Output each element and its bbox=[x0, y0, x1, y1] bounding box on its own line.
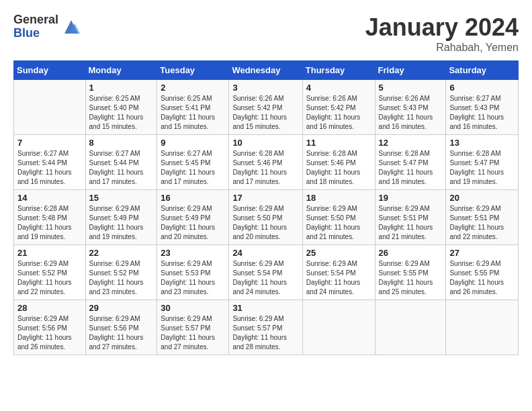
header-monday: Monday bbox=[85, 61, 157, 80]
calendar-cell: 4 Sunrise: 6:26 AMSunset: 5:42 PMDayligh… bbox=[302, 80, 375, 135]
day-number: 21 bbox=[17, 248, 82, 258]
day-info: Sunrise: 6:29 AMSunset: 5:56 PMDaylight:… bbox=[89, 314, 154, 352]
calendar-cell: 16 Sunrise: 6:29 AMSunset: 5:49 PMDaylig… bbox=[157, 190, 229, 245]
day-number: 10 bbox=[232, 138, 298, 148]
month-title: January 2024 bbox=[365, 13, 519, 42]
calendar-cell: 30 Sunrise: 6:29 AMSunset: 5:57 PMDaylig… bbox=[157, 300, 229, 355]
day-number: 23 bbox=[161, 248, 225, 258]
calendar-table: SundayMondayTuesdayWednesdayThursdayFrid… bbox=[13, 60, 519, 355]
calendar-week-2: 14 Sunrise: 6:28 AMSunset: 5:48 PMDaylig… bbox=[14, 190, 519, 245]
day-number: 22 bbox=[89, 248, 154, 258]
calendar-cell: 19 Sunrise: 6:29 AMSunset: 5:51 PMDaylig… bbox=[375, 190, 446, 245]
calendar-cell: 27 Sunrise: 6:29 AMSunset: 5:55 PMDaylig… bbox=[446, 245, 519, 300]
day-info: Sunrise: 6:29 AMSunset: 5:56 PMDaylight:… bbox=[17, 314, 82, 352]
day-info: Sunrise: 6:27 AMSunset: 5:45 PMDaylight:… bbox=[161, 149, 225, 187]
calendar-cell: 25 Sunrise: 6:29 AMSunset: 5:54 PMDaylig… bbox=[302, 245, 375, 300]
calendar-cell: 15 Sunrise: 6:29 AMSunset: 5:49 PMDaylig… bbox=[85, 190, 157, 245]
day-number: 18 bbox=[306, 193, 371, 203]
day-info: Sunrise: 6:29 AMSunset: 5:49 PMDaylight:… bbox=[161, 204, 225, 242]
day-number: 24 bbox=[232, 248, 298, 258]
location-title: Rahabah, Yemen bbox=[365, 42, 519, 54]
day-info: Sunrise: 6:29 AMSunset: 5:51 PMDaylight:… bbox=[379, 204, 443, 242]
day-info: Sunrise: 6:29 AMSunset: 5:50 PMDaylight:… bbox=[306, 204, 371, 242]
day-info: Sunrise: 6:29 AMSunset: 5:51 PMDaylight:… bbox=[449, 204, 515, 242]
header-wednesday: Wednesday bbox=[229, 61, 302, 80]
calendar-cell: 8 Sunrise: 6:27 AMSunset: 5:44 PMDayligh… bbox=[85, 135, 157, 190]
calendar-cell: 9 Sunrise: 6:27 AMSunset: 5:45 PMDayligh… bbox=[157, 135, 229, 190]
logo-general-text: General bbox=[13, 13, 58, 27]
day-info: Sunrise: 6:26 AMSunset: 5:43 PMDaylight:… bbox=[379, 94, 443, 132]
day-number: 4 bbox=[306, 83, 371, 93]
calendar-week-4: 28 Sunrise: 6:29 AMSunset: 5:56 PMDaylig… bbox=[14, 300, 519, 355]
day-number: 16 bbox=[161, 193, 225, 203]
calendar-week-0: 1 Sunrise: 6:25 AMSunset: 5:40 PMDayligh… bbox=[14, 80, 519, 135]
day-number: 25 bbox=[306, 248, 371, 258]
day-info: Sunrise: 6:29 AMSunset: 5:54 PMDaylight:… bbox=[306, 259, 371, 297]
header-sunday: Sunday bbox=[14, 61, 86, 80]
day-info: Sunrise: 6:28 AMSunset: 5:46 PMDaylight:… bbox=[306, 149, 371, 187]
day-info: Sunrise: 6:28 AMSunset: 5:47 PMDaylight:… bbox=[379, 149, 443, 187]
calendar-cell bbox=[14, 80, 86, 135]
header-saturday: Saturday bbox=[446, 61, 519, 80]
calendar-cell: 5 Sunrise: 6:26 AMSunset: 5:43 PMDayligh… bbox=[375, 80, 446, 135]
day-number: 26 bbox=[379, 248, 443, 258]
day-info: Sunrise: 6:29 AMSunset: 5:52 PMDaylight:… bbox=[89, 259, 154, 297]
calendar-cell: 12 Sunrise: 6:28 AMSunset: 5:47 PMDaylig… bbox=[375, 135, 446, 190]
day-number: 3 bbox=[232, 83, 298, 93]
day-number: 29 bbox=[89, 303, 154, 313]
calendar-week-1: 7 Sunrise: 6:27 AMSunset: 5:44 PMDayligh… bbox=[14, 135, 519, 190]
day-number: 9 bbox=[161, 138, 225, 148]
calendar-cell: 26 Sunrise: 6:29 AMSunset: 5:55 PMDaylig… bbox=[375, 245, 446, 300]
calendar-cell: 13 Sunrise: 6:28 AMSunset: 5:47 PMDaylig… bbox=[446, 135, 519, 190]
calendar-week-3: 21 Sunrise: 6:29 AMSunset: 5:52 PMDaylig… bbox=[14, 245, 519, 300]
calendar-cell: 11 Sunrise: 6:28 AMSunset: 5:46 PMDaylig… bbox=[302, 135, 375, 190]
calendar-cell: 23 Sunrise: 6:29 AMSunset: 5:53 PMDaylig… bbox=[157, 245, 229, 300]
day-info: Sunrise: 6:29 AMSunset: 5:55 PMDaylight:… bbox=[379, 259, 443, 297]
day-number: 20 bbox=[449, 193, 515, 203]
header-tuesday: Tuesday bbox=[157, 61, 229, 80]
calendar-cell: 6 Sunrise: 6:27 AMSunset: 5:43 PMDayligh… bbox=[446, 80, 519, 135]
calendar-cell: 2 Sunrise: 6:25 AMSunset: 5:41 PMDayligh… bbox=[157, 80, 229, 135]
day-number: 28 bbox=[17, 303, 82, 313]
title-block: January 2024 Rahabah, Yemen bbox=[365, 13, 519, 54]
day-info: Sunrise: 6:25 AMSunset: 5:40 PMDaylight:… bbox=[89, 94, 154, 132]
calendar-cell: 10 Sunrise: 6:28 AMSunset: 5:46 PMDaylig… bbox=[229, 135, 302, 190]
logo: General Blue bbox=[13, 13, 81, 40]
calendar-cell: 21 Sunrise: 6:29 AMSunset: 5:52 PMDaylig… bbox=[14, 245, 86, 300]
header-friday: Friday bbox=[375, 61, 446, 80]
calendar-cell: 14 Sunrise: 6:28 AMSunset: 5:48 PMDaylig… bbox=[14, 190, 86, 245]
day-info: Sunrise: 6:29 AMSunset: 5:50 PMDaylight:… bbox=[232, 204, 298, 242]
calendar-header-row: SundayMondayTuesdayWednesdayThursdayFrid… bbox=[14, 61, 519, 80]
day-number: 6 bbox=[449, 83, 515, 93]
day-info: Sunrise: 6:27 AMSunset: 5:44 PMDaylight:… bbox=[17, 149, 82, 187]
day-info: Sunrise: 6:29 AMSunset: 5:53 PMDaylight:… bbox=[161, 259, 225, 297]
day-info: Sunrise: 6:28 AMSunset: 5:46 PMDaylight:… bbox=[232, 149, 298, 187]
calendar-cell bbox=[302, 300, 375, 355]
day-number: 12 bbox=[379, 138, 443, 148]
logo-blue-text: Blue bbox=[13, 27, 58, 40]
day-number: 15 bbox=[89, 193, 154, 203]
calendar-cell bbox=[446, 300, 519, 355]
day-info: Sunrise: 6:27 AMSunset: 5:44 PMDaylight:… bbox=[89, 149, 154, 187]
calendar-cell: 31 Sunrise: 6:29 AMSunset: 5:57 PMDaylig… bbox=[229, 300, 302, 355]
calendar-cell: 7 Sunrise: 6:27 AMSunset: 5:44 PMDayligh… bbox=[14, 135, 86, 190]
day-info: Sunrise: 6:29 AMSunset: 5:54 PMDaylight:… bbox=[232, 259, 298, 297]
day-info: Sunrise: 6:29 AMSunset: 5:55 PMDaylight:… bbox=[449, 259, 515, 297]
day-number: 19 bbox=[379, 193, 443, 203]
day-info: Sunrise: 6:29 AMSunset: 5:52 PMDaylight:… bbox=[17, 259, 82, 297]
header-thursday: Thursday bbox=[302, 61, 375, 80]
day-number: 17 bbox=[232, 193, 298, 203]
logo-icon bbox=[61, 17, 81, 37]
calendar-cell: 29 Sunrise: 6:29 AMSunset: 5:56 PMDaylig… bbox=[85, 300, 157, 355]
day-number: 5 bbox=[379, 83, 443, 93]
day-number: 8 bbox=[89, 138, 154, 148]
day-number: 14 bbox=[17, 193, 82, 203]
day-info: Sunrise: 6:29 AMSunset: 5:57 PMDaylight:… bbox=[161, 314, 225, 352]
day-info: Sunrise: 6:27 AMSunset: 5:43 PMDaylight:… bbox=[449, 94, 515, 132]
page-header: General Blue January 2024 Rahabah, Yemen bbox=[13, 13, 519, 54]
day-info: Sunrise: 6:29 AMSunset: 5:49 PMDaylight:… bbox=[89, 204, 154, 242]
calendar-cell: 24 Sunrise: 6:29 AMSunset: 5:54 PMDaylig… bbox=[229, 245, 302, 300]
calendar-cell: 28 Sunrise: 6:29 AMSunset: 5:56 PMDaylig… bbox=[14, 300, 86, 355]
day-info: Sunrise: 6:28 AMSunset: 5:47 PMDaylight:… bbox=[449, 149, 515, 187]
calendar-cell bbox=[375, 300, 446, 355]
